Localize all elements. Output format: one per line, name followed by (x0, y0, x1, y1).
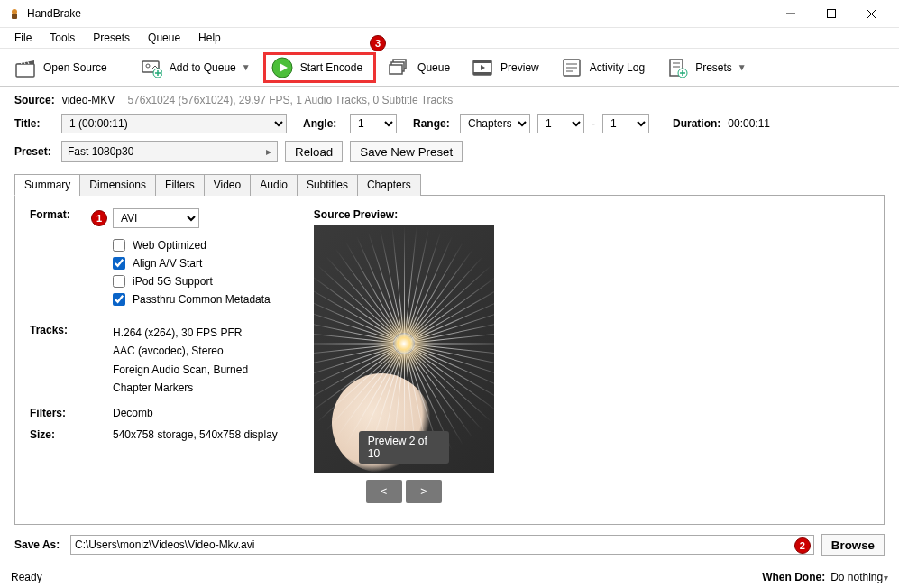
svg-rect-1 (12, 14, 17, 19)
add-to-queue-label: Add to Queue (170, 61, 236, 74)
presets-icon (666, 57, 688, 78)
menu-file[interactable]: File (5, 29, 41, 47)
source-label: Source: (14, 94, 55, 106)
preview-label: Preview (500, 61, 539, 74)
svg-point-11 (146, 64, 150, 68)
menu-presets[interactable]: Presets (84, 29, 139, 47)
queue-button[interactable]: Queue (380, 53, 459, 82)
close-button[interactable] (851, 0, 892, 27)
start-encode-button[interactable]: Start Encode (300, 61, 362, 74)
annotation-1: 1 (91, 210, 107, 226)
title-label: Title: (14, 117, 54, 130)
chevron-down-icon: ▾ (881, 573, 888, 583)
preview-prev-button[interactable]: < (366, 480, 402, 503)
when-done-value[interactable]: Do nothing ▾ (830, 571, 888, 583)
tab-subtitles[interactable]: Subtitles (297, 174, 358, 196)
angle-label: Angle: (303, 117, 343, 130)
open-source-label: Open Source (43, 61, 107, 74)
tabs: Summary Dimensions Filters Video Audio S… (14, 173, 885, 196)
size-label: Size: (30, 428, 102, 441)
preset-value: Fast 1080p30 (68, 145, 133, 158)
range-to-select[interactable]: 1 (602, 114, 649, 133)
svg-rect-3 (827, 10, 835, 18)
tab-audio[interactable]: Audio (250, 174, 298, 196)
tab-video[interactable]: Video (204, 174, 251, 196)
menubar: File Tools Presets Queue Help (0, 27, 899, 49)
chevron-down-icon[interactable]: ▼ (242, 62, 251, 72)
preview-icon (472, 57, 493, 78)
reload-button[interactable]: Reload (285, 141, 343, 162)
film-clapper-icon (14, 57, 36, 78)
menu-queue[interactable]: Queue (139, 29, 189, 47)
svg-rect-21 (473, 60, 491, 63)
add-queue-icon (141, 57, 162, 78)
ipod-check[interactable]: iPod 5G Support (113, 275, 278, 288)
play-icon[interactable] (271, 57, 293, 78)
queue-icon (389, 57, 410, 78)
presets-label: Presets (695, 61, 732, 74)
duration-value: 00:00:11 (728, 117, 770, 130)
tab-chapters[interactable]: Chapters (357, 174, 421, 196)
minimize-button[interactable] (770, 0, 811, 27)
range-dash: - (592, 117, 595, 130)
title-select[interactable]: 1 (00:00:11) (61, 114, 287, 133)
range-from-select[interactable]: 1 (537, 114, 584, 133)
preview-next-button[interactable]: > (406, 480, 442, 503)
source-preview-title: Source Preview: (314, 208, 398, 221)
chevron-down-icon[interactable]: ▼ (738, 62, 747, 72)
status-ready: Ready (11, 571, 42, 583)
browse-button[interactable]: Browse (821, 534, 885, 556)
menu-help[interactable]: Help (189, 29, 230, 47)
range-type-select[interactable]: Chapters (460, 114, 530, 133)
preview-badge: Preview 2 of 10 (359, 431, 449, 464)
format-select[interactable]: AVI (113, 208, 199, 228)
window-title: HandBrake (27, 7, 81, 20)
activity-log-label: Activity Log (590, 61, 645, 74)
maximize-button[interactable] (811, 0, 851, 27)
menu-tools[interactable]: Tools (41, 29, 84, 47)
tab-dimensions[interactable]: Dimensions (79, 174, 156, 196)
passthru-check[interactable]: Passthru Common Metadata (113, 293, 278, 306)
filters-value: Decomb (113, 407, 278, 419)
range-label: Range: (413, 117, 453, 130)
save-as-label: Save As: (14, 538, 63, 551)
svg-rect-6 (16, 64, 34, 77)
source-preview-image: Preview 2 of 10 (314, 225, 494, 473)
source-details: 576x1024 (576x1024), 29.97 FPS, 1 Audio … (127, 94, 453, 106)
source-name: video-MKV (62, 94, 115, 106)
annotation-2: 2 (794, 537, 811, 554)
format-label: Format: (30, 208, 102, 306)
activity-log-button[interactable]: Activity Log (552, 53, 654, 82)
tab-summary[interactable]: Summary (14, 174, 80, 196)
svg-rect-19 (390, 65, 402, 74)
preview-button[interactable]: Preview (463, 53, 548, 82)
align-av-check[interactable]: Align A/V Start (113, 257, 278, 270)
filters-label: Filters: (30, 407, 102, 419)
save-new-preset-button[interactable]: Save New Preset (350, 141, 463, 162)
size-value: 540x758 storage, 540x758 display (113, 428, 278, 441)
tab-filters[interactable]: Filters (155, 174, 205, 196)
toolbar: Open Source Add to Queue ▼ 3 Start Encod… (0, 49, 899, 87)
angle-select[interactable]: 1 (350, 114, 397, 133)
chevron-right-icon: ▸ (266, 145, 271, 158)
save-as-input[interactable] (70, 535, 814, 555)
app-icon (7, 6, 22, 21)
open-source-button[interactable]: Open Source (5, 53, 116, 82)
preset-select[interactable]: Fast 1080p30 ▸ (61, 141, 278, 162)
queue-label: Queue (417, 61, 450, 74)
web-optimized-check[interactable]: Web Optimized (113, 239, 278, 252)
log-icon (561, 57, 583, 78)
annotation-3: 3 (370, 35, 386, 51)
start-encode-highlight: 3 Start Encode (263, 52, 376, 83)
presets-button[interactable]: Presets ▼ (657, 53, 756, 82)
duration-label: Duration: (673, 117, 720, 130)
add-to-queue-button[interactable]: Add to Queue ▼ (132, 53, 260, 82)
tracks-list: H.264 (x264), 30 FPS PFR AAC (avcodec), … (113, 324, 278, 398)
tracks-label: Tracks: (30, 324, 102, 398)
svg-rect-22 (473, 72, 491, 75)
preset-label: Preset: (14, 145, 54, 158)
when-done-label: When Done: (762, 571, 825, 583)
